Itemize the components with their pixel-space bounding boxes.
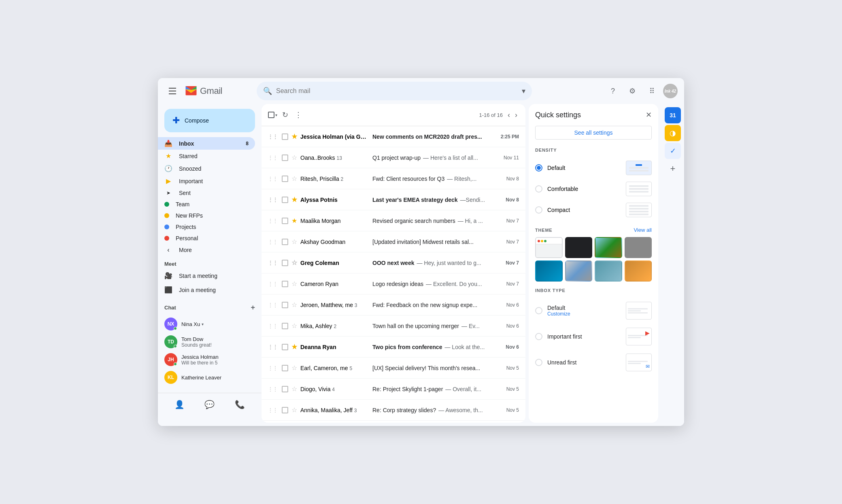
density-comfortable-radio[interactable] [535, 185, 542, 193]
inbox-customize-link[interactable]: Customize [547, 311, 570, 317]
avatar[interactable]: Ink 42 [663, 84, 678, 98]
row-checkbox[interactable] [282, 197, 288, 203]
settings-button[interactable]: ⚙ [624, 83, 640, 99]
sidebar-item-starred[interactable]: ★ Starred [158, 150, 255, 162]
star-icon[interactable]: ☆ [291, 364, 297, 372]
table-row[interactable]: ⋮⋮ ☆ Jeroen, Matthew, me 3 Fwd: Feedback… [262, 294, 525, 316]
chat-person-jessica[interactable]: JH Jessica Holman Will be there in 5 [158, 351, 262, 368]
row-checkbox[interactable] [282, 365, 288, 371]
star-icon[interactable]: ★ [291, 133, 297, 140]
theme-nature-swatch[interactable] [595, 237, 622, 258]
sidebar-item-important[interactable]: ▶ Important [158, 175, 255, 187]
table-row[interactable]: ⋮⋮ ★ Deanna Ryan Two pics from conferenc… [262, 337, 525, 358]
row-checkbox[interactable] [282, 133, 288, 140]
table-row[interactable]: ⋮⋮ ☆ Mika, Ashley 2 Town hall on the upc… [262, 316, 525, 337]
search-input[interactable] [276, 87, 518, 95]
row-checkbox[interactable] [282, 302, 288, 308]
star-icon[interactable]: ☆ [291, 259, 297, 267]
sidebar-item-projects[interactable]: Projects [158, 221, 255, 233]
inbox-default-radio[interactable] [535, 307, 542, 314]
table-row[interactable]: ⋮⋮ ☆ Ritesh, Priscilla 2 Fwd: Client res… [262, 168, 525, 189]
table-row[interactable]: ⋮⋮ ☆ Oana..Brooks 13 Q1 project wrap-up … [262, 147, 525, 168]
star-icon[interactable]: ☆ [291, 322, 297, 330]
inbox-important-first-option[interactable]: Important first ▶ [535, 324, 652, 349]
table-row[interactable]: ⋮⋮ ☆ Greg Coleman OOO next week — Hey, j… [262, 252, 525, 273]
chat-add-button[interactable]: + [251, 303, 255, 312]
table-row[interactable]: ⋮⋮ ☆ Fabio, Tom, me 6 Updated expense re… [262, 421, 525, 423]
refresh-icon[interactable]: ↻ [281, 109, 290, 121]
next-page-icon[interactable]: › [513, 109, 519, 121]
select-dropdown-icon[interactable]: ▾ [275, 113, 277, 117]
star-icon[interactable]: ☆ [291, 406, 297, 414]
star-icon[interactable]: ☆ [291, 175, 297, 182]
sidebar-item-snoozed[interactable]: 🕐 Snoozed [158, 162, 255, 175]
inbox-unread-first-option[interactable]: Unread first ✉ [535, 349, 652, 375]
table-row[interactable]: ⋮⋮ ★ Maalika Morgan Revised organic sear… [262, 210, 525, 231]
star-icon[interactable]: ★ [291, 196, 297, 203]
chat-person-nina[interactable]: NX Nina Xu ▾ [158, 315, 262, 333]
calendar-button[interactable]: 31 [665, 107, 681, 123]
tasks-button[interactable]: ◑ [665, 125, 681, 141]
inbox-default-option[interactable]: Default Customize [535, 298, 652, 324]
inbox-unread-radio[interactable] [535, 359, 542, 366]
row-checkbox[interactable] [282, 386, 288, 392]
table-row[interactable]: ⋮⋮ ★ Jessica Holman (via Goog... New com… [262, 126, 525, 147]
star-icon[interactable]: ★ [291, 217, 297, 224]
see-all-settings-button[interactable]: See all settings [535, 126, 652, 140]
prev-page-icon[interactable]: ‹ [506, 109, 512, 121]
row-checkbox[interactable] [282, 218, 288, 224]
table-row[interactable]: ⋮⋮ ☆ Cameron Ryan Logo redesign ideas — … [262, 273, 525, 294]
person-bottom-icon[interactable]: 👤 [171, 396, 188, 413]
inbox-important-radio[interactable] [535, 333, 542, 340]
table-row[interactable]: ⋮⋮ ☆ Diogo, Vivia 4 Re: Project Skylight… [262, 379, 525, 400]
theme-coast-swatch[interactable] [595, 260, 622, 282]
row-checkbox[interactable] [282, 407, 288, 413]
more-options-icon[interactable]: ⋮ [293, 109, 304, 121]
row-checkbox[interactable] [282, 260, 288, 266]
density-compact-option[interactable]: Compact [535, 199, 652, 220]
apps-button[interactable]: ⠿ [644, 83, 660, 99]
density-compact-radio[interactable] [535, 206, 542, 214]
row-checkbox[interactable] [282, 176, 288, 182]
chat-person-tom[interactable]: TD Tom Dow Sounds great! [158, 333, 262, 351]
sidebar-item-more[interactable]: ‹ More [158, 244, 255, 256]
table-row[interactable]: ⋮⋮ ☆ Earl, Cameron, me 5 [UX] Special de… [262, 358, 525, 379]
search-dropdown-icon[interactable]: ▾ [522, 87, 525, 95]
row-checkbox[interactable] [282, 281, 288, 287]
row-checkbox[interactable] [282, 239, 288, 245]
table-row[interactable]: ⋮⋮ ☆ Annika, Maalika, Jeff 3 Re: Corp st… [262, 400, 525, 421]
theme-dark-swatch[interactable] [565, 237, 593, 258]
hamburger-menu-icon[interactable] [164, 83, 181, 99]
start-meeting-item[interactable]: 🎥 Start a meeting [158, 269, 262, 283]
sidebar-item-personal[interactable]: Personal [158, 233, 255, 244]
sidebar-item-sent[interactable]: ➤ Sent [158, 187, 255, 199]
theme-ocean-swatch[interactable] [535, 260, 563, 282]
chat-person-katherine[interactable]: KL Katherine Leaver [158, 368, 262, 386]
join-meeting-item[interactable]: ⬛ Join a meeting [158, 283, 262, 297]
theme-stone-swatch[interactable] [625, 237, 652, 258]
select-all-checkbox[interactable] [268, 112, 274, 118]
close-settings-button[interactable]: ✕ [646, 110, 652, 119]
density-comfortable-option[interactable]: Comfortable [535, 178, 652, 199]
compose-button[interactable]: ✚ Compose [164, 109, 255, 132]
chat-button[interactable]: ✓ [665, 143, 681, 159]
star-icon[interactable]: ☆ [291, 385, 297, 393]
row-checkbox[interactable] [282, 344, 288, 350]
sidebar-item-team[interactable]: Team [158, 199, 255, 210]
row-checkbox[interactable] [282, 323, 288, 329]
theme-mountain-swatch[interactable] [565, 260, 593, 282]
star-icon[interactable]: ☆ [291, 301, 297, 309]
star-icon[interactable]: ☆ [291, 238, 297, 246]
star-icon[interactable]: ★ [291, 343, 297, 351]
add-app-button[interactable]: + [665, 161, 681, 177]
chat-bottom-icon[interactable]: 💬 [201, 396, 218, 413]
table-row[interactable]: ⋮⋮ ☆ Akshay Goodman [Updated invitation]… [262, 231, 525, 252]
view-all-themes-button[interactable]: View all [634, 227, 652, 233]
star-icon[interactable]: ☆ [291, 154, 297, 161]
phone-bottom-icon[interactable]: 📞 [232, 396, 248, 413]
table-row[interactable]: ⋮⋮ ★ Alyssa Potnis Last year's EMEA stra… [262, 189, 525, 210]
density-default-option[interactable]: Default [535, 157, 652, 178]
density-default-radio[interactable] [535, 164, 542, 172]
help-button[interactable]: ? [605, 83, 621, 99]
star-icon[interactable]: ☆ [291, 280, 297, 288]
